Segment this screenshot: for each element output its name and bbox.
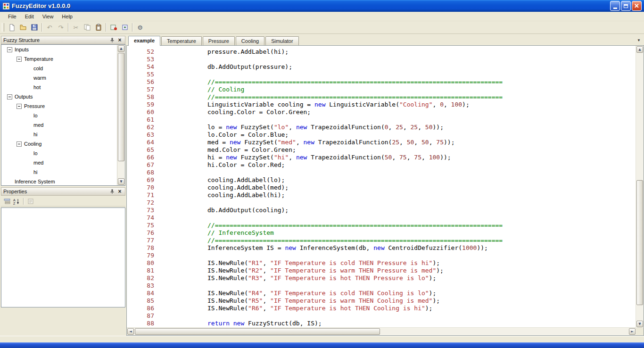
tree-item-med[interactable]: med xyxy=(1,120,117,130)
tree-item-inputs[interactable]: Inputs xyxy=(1,45,117,54)
properties-grid[interactable] xyxy=(1,207,125,307)
tree-item-inference-system[interactable]: Inference System xyxy=(1,177,117,185)
tree-item-temperature[interactable]: Temperature xyxy=(1,54,117,64)
tree-item-cold[interactable]: cold xyxy=(1,64,117,73)
scrollbar-thumb[interactable] xyxy=(135,328,380,335)
minimize-button[interactable] xyxy=(610,1,620,11)
code-area[interactable]: 52pressure.AddLabel(hi);5354db.AddOutput… xyxy=(127,46,636,328)
scroll-up-icon[interactable]: ▲ xyxy=(636,46,643,53)
code-line[interactable]: 76// InferenceSystem xyxy=(127,229,636,237)
code-line[interactable]: 79 xyxy=(127,252,636,259)
open-icon[interactable] xyxy=(17,22,29,33)
maximize-button[interactable] xyxy=(621,1,631,11)
tab-cooling[interactable]: Cooling xyxy=(236,36,264,45)
code-line[interactable]: 85IS.NewRule("R5", "IF Temperature is wa… xyxy=(127,297,636,305)
undo-icon[interactable]: ↶ xyxy=(44,22,55,33)
code-line[interactable]: 81IS.NewRule("R2", "IF Temperature is wa… xyxy=(127,267,636,274)
code-line[interactable]: 63lo.Color = Color.Blue; xyxy=(127,131,636,139)
code-line[interactable]: 59LinguisticVariable cooling = new Lingu… xyxy=(127,101,636,108)
new-file-icon[interactable] xyxy=(6,22,17,33)
alphabetical-icon[interactable]: AZ xyxy=(12,197,21,206)
code-line[interactable]: 71cooling.AddLabel(hi); xyxy=(127,191,636,199)
code-line[interactable]: 64med = new FuzzySet("med", new Trapezoi… xyxy=(127,139,636,146)
tree-item-hot[interactable]: hot xyxy=(1,83,117,92)
copy-icon[interactable] xyxy=(82,22,93,33)
code-line[interactable]: 66hi = new FuzzySet("hi", new Trapezoida… xyxy=(127,154,636,161)
code-line[interactable]: 69cooling.AddLabel(lo); xyxy=(127,176,636,184)
code-line[interactable]: 83 xyxy=(127,282,636,290)
scroll-right-icon[interactable]: ► xyxy=(629,328,636,335)
close-button[interactable]: ✕ xyxy=(632,1,642,11)
panel-close-button[interactable]: × xyxy=(116,37,123,43)
code-line[interactable]: 72 xyxy=(127,199,636,207)
tab-overflow-dropdown-icon[interactable]: ▼ xyxy=(637,39,641,42)
code-line[interactable]: 53 xyxy=(127,56,636,63)
pin-icon[interactable] xyxy=(109,188,116,195)
tab-temperature[interactable]: Temperature xyxy=(161,36,202,45)
cut-icon[interactable]: ✂ xyxy=(70,22,82,33)
code-line[interactable]: 70cooling.AddLabel(med); xyxy=(127,184,636,191)
code-line[interactable]: 88return new FuzzyStruct(db, IS); xyxy=(127,320,636,327)
tab-pressure[interactable]: Pressure xyxy=(203,36,235,45)
scroll-up-icon[interactable]: ▲ xyxy=(118,45,124,52)
code-line[interactable]: 73db.AddOutput(cooling); xyxy=(127,207,636,214)
code-line[interactable]: 55 xyxy=(127,71,636,78)
scroll-down-icon[interactable]: ▼ xyxy=(636,321,643,327)
tab-simulator[interactable]: Simulator xyxy=(265,36,298,45)
tree-item-cooling[interactable]: Cooling xyxy=(1,139,117,149)
scroll-down-icon[interactable]: ▼ xyxy=(118,178,124,185)
tree-scrollbar[interactable]: ▲ ▼ xyxy=(117,45,125,185)
tree-item-lo[interactable]: lo xyxy=(1,111,117,120)
code-line[interactable]: 84IS.NewRule("R4", "IF Temperature is co… xyxy=(127,290,636,297)
code-line[interactable]: 54db.AddOutput(pressure); xyxy=(127,63,636,71)
tab-example[interactable]: example xyxy=(128,36,160,46)
code-line[interactable]: 78InferenceSystem IS = new InferenceSyst… xyxy=(127,244,636,252)
scroll-left-icon[interactable]: ◄ xyxy=(127,328,134,335)
tree-item-lo[interactable]: lo xyxy=(1,149,117,158)
editor-horizontal-scrollbar[interactable]: ◄ ► xyxy=(127,327,636,335)
pin-icon[interactable] xyxy=(109,37,116,43)
paste-icon[interactable] xyxy=(93,22,104,33)
code-line[interactable]: 82IS.NewRule("R3", "IF Temperature is ho… xyxy=(127,274,636,282)
menu-file[interactable]: File xyxy=(4,12,21,21)
code-line[interactable]: 61 xyxy=(127,116,636,124)
build-icon[interactable]: ⚙ xyxy=(134,22,146,33)
scrollbar-thumb[interactable] xyxy=(118,53,124,161)
property-pages-icon[interactable] xyxy=(26,197,35,206)
collapse-box[interactable] xyxy=(17,104,22,109)
code-line[interactable]: 80IS.NewRule("R1", "IF Temperature is co… xyxy=(127,259,636,267)
tree-view[interactable]: InputsTemperaturecoldwarmhotOutputsPress… xyxy=(1,45,117,185)
collapse-box[interactable] xyxy=(17,141,22,147)
code-line[interactable]: 57// Cooling xyxy=(127,86,636,93)
collapse-box[interactable] xyxy=(17,57,22,62)
code-line[interactable]: 60cooling.Color = Color.Green; xyxy=(127,108,636,116)
code-line[interactable]: 65med.Color = Color.Green; xyxy=(127,146,636,154)
menu-help[interactable]: Help xyxy=(58,12,77,21)
export-icon[interactable] xyxy=(108,22,119,33)
tree-item-hi[interactable]: hi xyxy=(1,167,117,177)
code-line[interactable]: 86IS.NewRule("R6", "IF Temperature is ho… xyxy=(127,305,636,312)
save-icon[interactable] xyxy=(29,22,40,33)
code-line[interactable]: 75//====================================… xyxy=(127,222,636,229)
code-line[interactable]: 67hi.Color = Color.Red; xyxy=(127,161,636,169)
tree-item-med[interactable]: med xyxy=(1,158,117,167)
tree-item-warm[interactable]: warm xyxy=(1,73,117,83)
code-line[interactable]: 87 xyxy=(127,312,636,320)
collapse-box[interactable] xyxy=(7,94,12,99)
tree-item-hi[interactable]: hi xyxy=(1,130,117,139)
editor-vertical-scrollbar[interactable]: ▲ ▼ xyxy=(636,46,644,328)
code-line[interactable]: 62lo = new FuzzySet("lo", new Trapezoida… xyxy=(127,124,636,131)
code-line[interactable]: 68 xyxy=(127,169,636,176)
tree-item-pressure[interactable]: Pressure xyxy=(1,101,117,111)
menu-view[interactable]: View xyxy=(38,12,58,21)
menu-edit[interactable]: Edit xyxy=(21,12,38,21)
toolbar-grip[interactable] xyxy=(2,23,4,32)
code-line[interactable]: 56//====================================… xyxy=(127,78,636,86)
panel-close-button[interactable]: × xyxy=(116,188,123,195)
import-icon[interactable] xyxy=(119,22,131,33)
code-line[interactable]: 52pressure.AddLabel(hi); xyxy=(127,48,636,56)
collapse-box[interactable] xyxy=(7,47,12,52)
tree-item-outputs[interactable]: Outputs xyxy=(1,92,117,101)
redo-icon[interactable]: ↷ xyxy=(55,22,66,33)
scrollbar-thumb[interactable] xyxy=(636,180,643,305)
